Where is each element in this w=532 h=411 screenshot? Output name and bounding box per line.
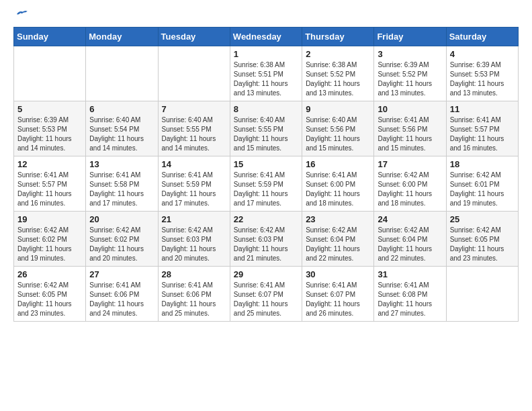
day-info: Sunrise: 6:41 AM Sunset: 5:57 PM Dayligh… bbox=[17, 171, 82, 208]
calendar-header-monday: Monday bbox=[86, 28, 158, 46]
day-info: Sunrise: 6:40 AM Sunset: 5:56 PM Dayligh… bbox=[306, 116, 370, 153]
day-info: Sunrise: 6:40 AM Sunset: 5:54 PM Dayligh… bbox=[89, 116, 154, 153]
calendar-cell: 18Sunrise: 6:42 AM Sunset: 6:01 PM Dayli… bbox=[446, 156, 518, 212]
day-number: 29 bbox=[234, 269, 298, 279]
day-number: 28 bbox=[162, 269, 226, 279]
calendar-cell bbox=[14, 46, 86, 101]
calendar-cell: 20Sunrise: 6:42 AM Sunset: 6:02 PM Dayli… bbox=[86, 212, 158, 267]
day-info: Sunrise: 6:39 AM Sunset: 5:52 PM Dayligh… bbox=[378, 60, 442, 98]
day-info: Sunrise: 6:42 AM Sunset: 6:04 PM Dayligh… bbox=[306, 226, 370, 263]
header bbox=[13, 11, 519, 19]
day-info: Sunrise: 6:42 AM Sunset: 6:02 PM Dayligh… bbox=[89, 226, 154, 263]
calendar-cell: 15Sunrise: 6:41 AM Sunset: 5:59 PM Dayli… bbox=[230, 156, 302, 212]
calendar-cell bbox=[446, 267, 518, 322]
day-number: 30 bbox=[306, 269, 370, 279]
day-info: Sunrise: 6:39 AM Sunset: 5:53 PM Dayligh… bbox=[450, 60, 515, 98]
day-number: 17 bbox=[378, 159, 442, 169]
day-number: 1 bbox=[234, 49, 298, 59]
day-number: 21 bbox=[162, 214, 226, 224]
day-number: 19 bbox=[17, 214, 82, 224]
calendar-cell: 30Sunrise: 6:41 AM Sunset: 6:07 PM Dayli… bbox=[302, 267, 374, 322]
day-number: 6 bbox=[89, 104, 154, 114]
day-info: Sunrise: 6:41 AM Sunset: 5:58 PM Dayligh… bbox=[89, 171, 154, 208]
day-number: 31 bbox=[378, 269, 442, 279]
day-number: 8 bbox=[234, 104, 298, 114]
calendar-cell: 26Sunrise: 6:42 AM Sunset: 6:05 PM Dayli… bbox=[14, 267, 86, 322]
logo-bird-icon bbox=[15, 9, 28, 19]
day-info: Sunrise: 6:42 AM Sunset: 6:01 PM Dayligh… bbox=[450, 171, 515, 208]
day-number: 4 bbox=[450, 49, 515, 59]
calendar-cell: 13Sunrise: 6:41 AM Sunset: 5:58 PM Dayli… bbox=[86, 156, 158, 212]
day-info: Sunrise: 6:41 AM Sunset: 6:07 PM Dayligh… bbox=[234, 281, 298, 318]
day-number: 13 bbox=[89, 159, 154, 169]
day-info: Sunrise: 6:38 AM Sunset: 5:52 PM Dayligh… bbox=[306, 60, 370, 98]
calendar-week-row: 5Sunrise: 6:39 AM Sunset: 5:53 PM Daylig… bbox=[14, 101, 519, 156]
day-number: 12 bbox=[17, 159, 82, 169]
calendar-week-row: 1Sunrise: 6:38 AM Sunset: 5:51 PM Daylig… bbox=[14, 46, 519, 101]
day-number: 7 bbox=[162, 104, 226, 114]
calendar-cell: 10Sunrise: 6:41 AM Sunset: 5:56 PM Dayli… bbox=[374, 101, 446, 156]
logo bbox=[13, 11, 28, 19]
day-number: 3 bbox=[378, 49, 442, 59]
calendar-header-friday: Friday bbox=[374, 28, 446, 46]
day-number: 27 bbox=[89, 269, 154, 279]
day-number: 18 bbox=[450, 159, 515, 169]
calendar-week-row: 12Sunrise: 6:41 AM Sunset: 5:57 PM Dayli… bbox=[14, 156, 519, 212]
day-info: Sunrise: 6:42 AM Sunset: 6:02 PM Dayligh… bbox=[17, 226, 82, 263]
calendar-cell: 12Sunrise: 6:41 AM Sunset: 5:57 PM Dayli… bbox=[14, 156, 86, 212]
calendar-cell: 27Sunrise: 6:41 AM Sunset: 6:06 PM Dayli… bbox=[86, 267, 158, 322]
calendar-cell: 31Sunrise: 6:41 AM Sunset: 6:08 PM Dayli… bbox=[374, 267, 446, 322]
calendar-header-wednesday: Wednesday bbox=[230, 28, 302, 46]
day-number: 11 bbox=[450, 104, 515, 114]
day-info: Sunrise: 6:42 AM Sunset: 6:00 PM Dayligh… bbox=[378, 171, 442, 208]
day-info: Sunrise: 6:38 AM Sunset: 5:51 PM Dayligh… bbox=[234, 60, 298, 98]
calendar-header-tuesday: Tuesday bbox=[158, 28, 230, 46]
day-number: 20 bbox=[89, 214, 154, 224]
calendar-header-sunday: Sunday bbox=[14, 28, 86, 46]
calendar-week-row: 26Sunrise: 6:42 AM Sunset: 6:05 PM Dayli… bbox=[14, 267, 519, 322]
day-info: Sunrise: 6:40 AM Sunset: 5:55 PM Dayligh… bbox=[234, 116, 298, 153]
calendar-cell: 23Sunrise: 6:42 AM Sunset: 6:04 PM Dayli… bbox=[302, 212, 374, 267]
calendar-cell: 3Sunrise: 6:39 AM Sunset: 5:52 PM Daylig… bbox=[374, 46, 446, 101]
calendar-header-thursday: Thursday bbox=[302, 28, 374, 46]
day-info: Sunrise: 6:41 AM Sunset: 6:06 PM Dayligh… bbox=[162, 281, 226, 318]
calendar-cell bbox=[86, 46, 158, 101]
day-number: 24 bbox=[378, 214, 442, 224]
calendar-header-saturday: Saturday bbox=[446, 28, 518, 46]
calendar-cell: 22Sunrise: 6:42 AM Sunset: 6:03 PM Dayli… bbox=[230, 212, 302, 267]
calendar-cell: 14Sunrise: 6:41 AM Sunset: 5:59 PM Dayli… bbox=[158, 156, 230, 212]
calendar-header-row: SundayMondayTuesdayWednesdayThursdayFrid… bbox=[14, 28, 519, 46]
day-info: Sunrise: 6:41 AM Sunset: 5:59 PM Dayligh… bbox=[162, 171, 226, 208]
calendar-cell: 19Sunrise: 6:42 AM Sunset: 6:02 PM Dayli… bbox=[14, 212, 86, 267]
day-info: Sunrise: 6:41 AM Sunset: 6:07 PM Dayligh… bbox=[306, 281, 370, 318]
calendar-cell: 2Sunrise: 6:38 AM Sunset: 5:52 PM Daylig… bbox=[302, 46, 374, 101]
calendar-cell: 25Sunrise: 6:42 AM Sunset: 6:05 PM Dayli… bbox=[446, 212, 518, 267]
day-info: Sunrise: 6:42 AM Sunset: 6:05 PM Dayligh… bbox=[450, 226, 515, 263]
calendar-cell: 29Sunrise: 6:41 AM Sunset: 6:07 PM Dayli… bbox=[230, 267, 302, 322]
calendar-table: SundayMondayTuesdayWednesdayThursdayFrid… bbox=[13, 27, 519, 322]
day-info: Sunrise: 6:40 AM Sunset: 5:55 PM Dayligh… bbox=[162, 116, 226, 153]
day-number: 16 bbox=[306, 159, 370, 169]
day-info: Sunrise: 6:42 AM Sunset: 6:03 PM Dayligh… bbox=[162, 226, 226, 263]
day-info: Sunrise: 6:42 AM Sunset: 6:03 PM Dayligh… bbox=[234, 226, 298, 263]
calendar-cell: 4Sunrise: 6:39 AM Sunset: 5:53 PM Daylig… bbox=[446, 46, 518, 101]
day-number: 26 bbox=[17, 269, 82, 279]
calendar-cell: 28Sunrise: 6:41 AM Sunset: 6:06 PM Dayli… bbox=[158, 267, 230, 322]
calendar-cell: 8Sunrise: 6:40 AM Sunset: 5:55 PM Daylig… bbox=[230, 101, 302, 156]
day-info: Sunrise: 6:41 AM Sunset: 6:08 PM Dayligh… bbox=[378, 281, 442, 318]
day-info: Sunrise: 6:42 AM Sunset: 6:05 PM Dayligh… bbox=[17, 281, 82, 318]
day-info: Sunrise: 6:41 AM Sunset: 5:57 PM Dayligh… bbox=[450, 116, 515, 153]
day-number: 23 bbox=[306, 214, 370, 224]
day-info: Sunrise: 6:41 AM Sunset: 6:00 PM Dayligh… bbox=[306, 171, 370, 208]
day-number: 25 bbox=[450, 214, 515, 224]
calendar-week-row: 19Sunrise: 6:42 AM Sunset: 6:02 PM Dayli… bbox=[14, 212, 519, 267]
calendar-cell: 7Sunrise: 6:40 AM Sunset: 5:55 PM Daylig… bbox=[158, 101, 230, 156]
day-number: 2 bbox=[306, 49, 370, 59]
calendar-cell: 16Sunrise: 6:41 AM Sunset: 6:00 PM Dayli… bbox=[302, 156, 374, 212]
calendar-cell: 6Sunrise: 6:40 AM Sunset: 5:54 PM Daylig… bbox=[86, 101, 158, 156]
day-info: Sunrise: 6:41 AM Sunset: 5:56 PM Dayligh… bbox=[378, 116, 442, 153]
calendar-cell bbox=[158, 46, 230, 101]
day-info: Sunrise: 6:41 AM Sunset: 6:06 PM Dayligh… bbox=[89, 281, 154, 318]
day-info: Sunrise: 6:39 AM Sunset: 5:53 PM Dayligh… bbox=[17, 116, 82, 153]
calendar-cell: 9Sunrise: 6:40 AM Sunset: 5:56 PM Daylig… bbox=[302, 101, 374, 156]
